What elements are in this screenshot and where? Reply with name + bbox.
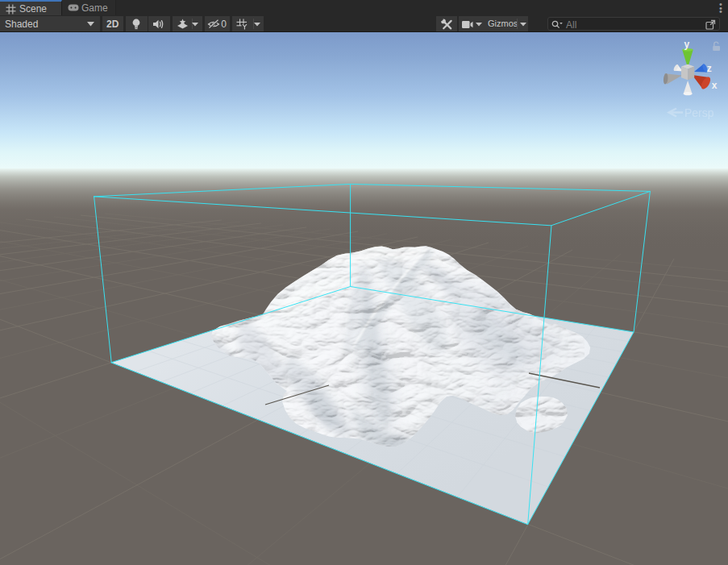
svg-text:Persp: Persp: [684, 106, 714, 119]
svg-text:z: z: [707, 63, 712, 74]
svg-text:y: y: [684, 39, 689, 50]
svg-text:x: x: [712, 80, 718, 91]
